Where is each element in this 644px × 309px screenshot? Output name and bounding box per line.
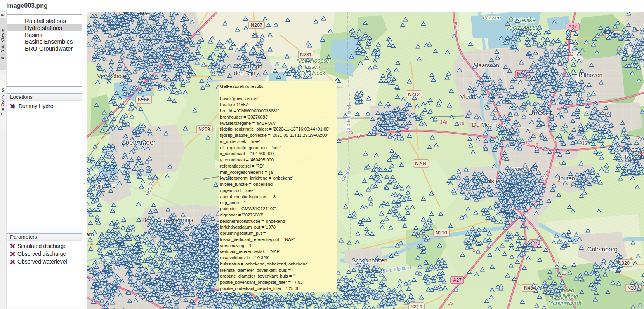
- svg-text:5: 5: [455, 28, 458, 33]
- svg-text:Plassen: Plassen: [301, 64, 320, 70]
- svg-text:14a: 14a: [440, 120, 447, 124]
- svg-text:N207: N207: [251, 23, 262, 28]
- svg-text:8: 8: [122, 63, 125, 67]
- svg-text:Mariënwaerdt: Mariënwaerdt: [549, 300, 582, 306]
- svg-text:Oostelijke: Oostelijke: [509, 17, 536, 23]
- svg-text:Maarssen: Maarssen: [474, 62, 499, 68]
- svg-text:25: 25: [448, 301, 453, 306]
- svg-text:29: 29: [545, 168, 550, 173]
- svg-text:13: 13: [356, 133, 361, 138]
- svg-text:18: 18: [533, 143, 538, 147]
- svg-text:N204: N204: [415, 161, 427, 166]
- svg-text:13: 13: [349, 130, 354, 135]
- svg-text:13: 13: [562, 271, 567, 276]
- svg-text:A27: A27: [453, 278, 462, 283]
- svg-text:N210: N210: [436, 230, 447, 236]
- svg-text:N209: N209: [198, 127, 210, 132]
- svg-text:29: 29: [543, 173, 548, 178]
- svg-text:N214: N214: [410, 304, 422, 309]
- svg-text:Culemborg: Culemborg: [587, 246, 618, 253]
- svg-text:Plassen: Plassen: [483, 15, 501, 21]
- svg-text:De Meern: De Meern: [472, 121, 498, 128]
- svg-text:N231: N231: [300, 52, 312, 58]
- svg-text:5: 5: [455, 21, 457, 26]
- svg-text:Schoonhoven: Schoonhoven: [352, 257, 387, 264]
